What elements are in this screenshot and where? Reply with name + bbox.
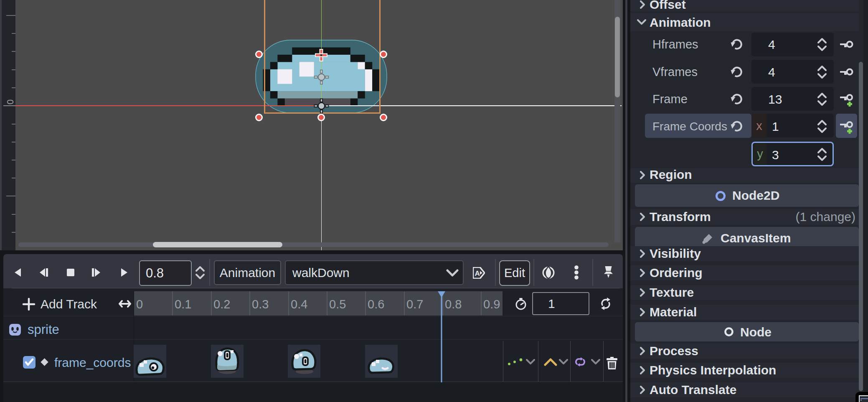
svg-text:A: A bbox=[475, 270, 480, 277]
